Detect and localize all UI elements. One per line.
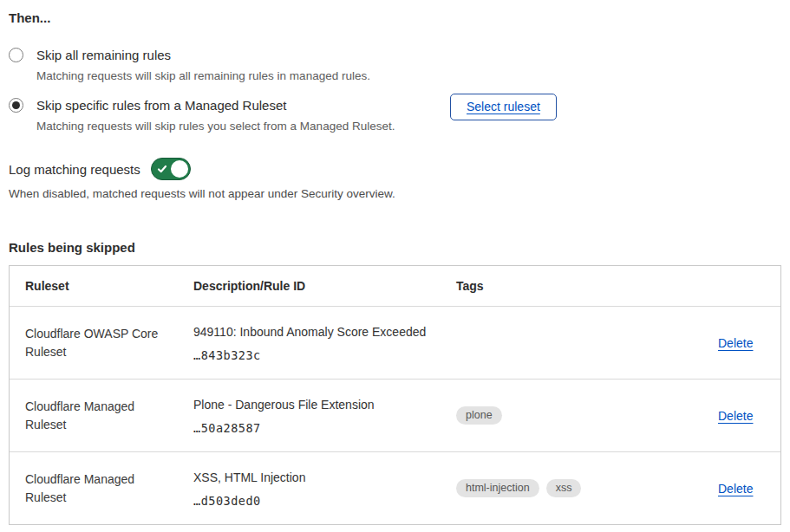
toggle-knob — [171, 160, 188, 178]
ruleset-cell: Cloudflare OWASP Core Ruleset — [25, 325, 193, 361]
tags-cell: plone — [456, 406, 718, 425]
delete-rule-link[interactable]: Delete — [718, 482, 753, 496]
option-skip-all-rules: Skip all remaining rules Matching reques… — [9, 46, 781, 83]
table-row: Cloudflare Managed Ruleset Plone - Dange… — [10, 379, 780, 451]
column-header-tags: Tags — [456, 279, 718, 293]
select-ruleset-button[interactable]: Select ruleset — [450, 94, 557, 120]
description-cell: 949110: Inbound Anomaly Score Exceeded …… — [193, 324, 456, 362]
tag-pill: xss — [546, 479, 582, 497]
rule-description: Plone - Dangerous File Extension — [193, 397, 456, 413]
log-matching-help-text: When disabled, matched requests will not… — [9, 187, 781, 200]
then-heading: Then... — [9, 10, 781, 25]
rule-description: XSS, HTML Injection — [193, 470, 456, 486]
log-matching-row: Log matching requests — [9, 158, 781, 180]
page-container: Then... Skip all remaining rules Matchin… — [0, 0, 790, 525]
rule-description: 949110: Inbound Anomaly Score Exceeded — [193, 324, 456, 341]
table-row: Cloudflare Managed Ruleset XSS, HTML Inj… — [10, 451, 780, 524]
option-text-wrap: Skip all remaining rules Matching reques… — [36, 46, 370, 83]
delete-rule-link[interactable]: Delete — [718, 336, 753, 350]
tag-pill: html-injection — [456, 479, 539, 497]
table-header-row: Ruleset Description/Rule ID Tags — [10, 266, 780, 306]
delete-rule-link[interactable]: Delete — [718, 409, 753, 423]
table-row: Cloudflare OWASP Core Ruleset 949110: In… — [10, 306, 780, 379]
option-text-wrap: Skip specific rules from a Managed Rules… — [36, 96, 395, 133]
rule-id: …d503ded0 — [193, 494, 456, 508]
tags-cell: html-injection xss — [456, 479, 718, 497]
tag-pill: plone — [456, 406, 502, 425]
log-matching-toggle[interactable] — [151, 158, 191, 180]
column-header-ruleset: Ruleset — [25, 279, 193, 293]
rule-id: …843b323c — [193, 348, 456, 362]
radio-skip-specific-rules[interactable] — [9, 98, 23, 113]
rule-id: …50a28587 — [193, 421, 456, 435]
rules-skipped-table: Ruleset Description/Rule ID Tags Cloudfl… — [9, 265, 781, 525]
option-skip-specific-rules: Skip specific rules from a Managed Rules… — [9, 96, 781, 133]
option-skip-specific-label[interactable]: Skip specific rules from a Managed Rules… — [36, 96, 395, 115]
description-cell: Plone - Dangerous File Extension …50a285… — [193, 397, 456, 435]
ruleset-cell: Cloudflare Managed Ruleset — [25, 470, 193, 507]
column-header-description: Description/Rule ID — [193, 279, 456, 293]
option-skip-all-description: Matching requests will skip all remainin… — [36, 68, 370, 83]
ruleset-cell: Cloudflare Managed Ruleset — [25, 398, 193, 434]
radio-skip-all-rules[interactable] — [9, 48, 23, 62]
log-matching-label: Log matching requests — [9, 162, 140, 177]
option-skip-all-label[interactable]: Skip all remaining rules — [36, 46, 370, 65]
rules-skipped-heading: Rules being skipped — [9, 240, 781, 255]
option-skip-specific-description: Matching requests will skip rules you se… — [36, 119, 395, 133]
description-cell: XSS, HTML Injection …d503ded0 — [193, 470, 456, 508]
check-icon — [157, 164, 167, 174]
